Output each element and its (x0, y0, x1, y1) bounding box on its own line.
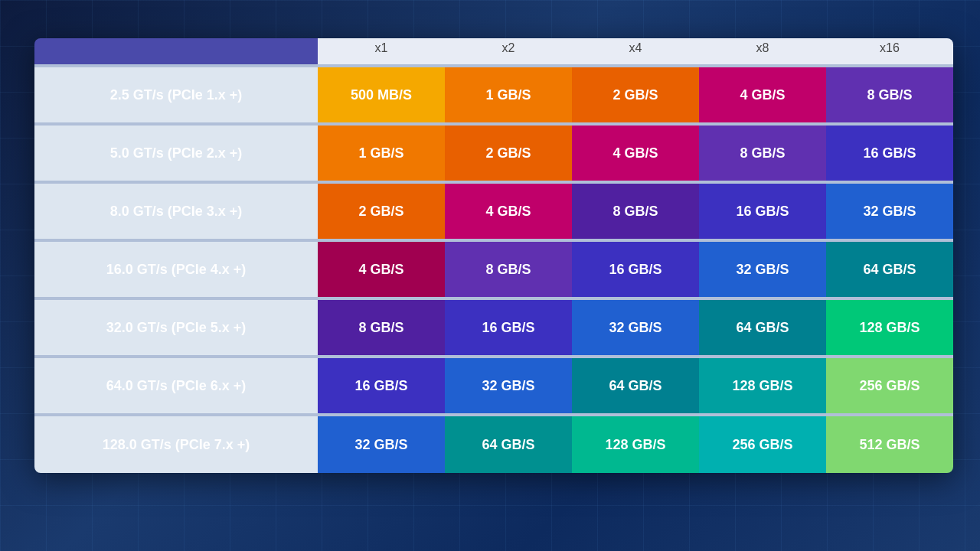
cell-value: 4 GB/S (318, 245, 445, 295)
cell-value: 8 GB/S (445, 245, 572, 295)
value-cell: 1 GB/S (445, 66, 572, 124)
cell-value: 8 GB/S (572, 187, 699, 236)
value-cell: 8 GB/S (572, 182, 699, 240)
value-cell: 4 GB/S (699, 66, 826, 124)
table-row: 5.0 GT/s (PCIe 2.x +)1 GB/S2 GB/S4 GB/S8… (34, 124, 953, 182)
cell-value: 16 GB/S (445, 303, 572, 353)
value-cell: 256 GB/S (826, 357, 953, 415)
cell-value: 32 GB/S (826, 187, 953, 236)
cell-value: 16 GB/S (318, 361, 445, 411)
value-cell: 2 GB/S (445, 124, 572, 182)
value-cell: 64 GB/S (572, 357, 699, 415)
value-cell: 2 GB/S (318, 182, 445, 240)
cell-value: 16 GB/S (572, 245, 699, 295)
value-cell: 500 MB/S (318, 66, 445, 124)
value-cell: 32 GB/S (572, 298, 699, 357)
value-cell: 2 GB/S (572, 66, 699, 124)
lane-col-x16: x16 (826, 38, 953, 66)
cell-value: 512 GB/S (826, 420, 953, 470)
cell-value: 1 GB/S (318, 129, 445, 178)
value-cell: 128 GB/S (826, 298, 953, 357)
cell-value: 4 GB/S (699, 70, 826, 120)
value-cell: 32 GB/S (318, 415, 445, 473)
value-cell: 256 GB/S (699, 415, 826, 473)
value-cell: 1 GB/S (318, 124, 445, 182)
value-cell: 8 GB/S (318, 298, 445, 357)
cell-value: 16 GB/S (826, 129, 953, 178)
cell-value: 64 GB/S (826, 245, 953, 295)
cell-value: 2 GB/S (445, 129, 572, 178)
value-cell: 8 GB/S (699, 124, 826, 182)
cell-value: 16 GB/S (699, 187, 826, 236)
value-cell: 16 GB/S (826, 124, 953, 182)
cell-value: 1 GB/S (445, 70, 572, 120)
value-cell: 64 GB/S (445, 415, 572, 473)
cell-value: 2 GB/S (572, 70, 699, 120)
specs-header (34, 38, 318, 66)
cell-value: 8 GB/S (826, 70, 953, 120)
cell-value: 32 GB/S (699, 245, 826, 295)
cell-value: 8 GB/S (699, 129, 826, 178)
value-cell: 16 GB/S (318, 357, 445, 415)
cell-value: 128 GB/S (699, 361, 826, 411)
cell-value: 4 GB/S (572, 129, 699, 178)
value-cell: 4 GB/S (572, 124, 699, 182)
value-cell: 128 GB/S (699, 357, 826, 415)
table-body: 2.5 GT/s (PCIe 1.x +)500 MB/S1 GB/S2 GB/… (34, 66, 953, 473)
spec-label: 2.5 GT/s (PCIe 1.x +) (34, 66, 318, 124)
value-cell: 32 GB/S (699, 240, 826, 298)
value-cell: 512 GB/S (826, 415, 953, 473)
cell-value: 64 GB/S (572, 361, 699, 411)
spec-label: 128.0 GT/s (PCIe 7.x +) (34, 415, 318, 473)
cell-value: 64 GB/S (699, 303, 826, 353)
value-cell: 64 GB/S (826, 240, 953, 298)
table-row: 8.0 GT/s (PCIe 3.x +)2 GB/S4 GB/S8 GB/S1… (34, 182, 953, 240)
cell-value: 128 GB/S (826, 303, 953, 353)
cell-value: 8 GB/S (318, 303, 445, 353)
cell-value: 256 GB/S (826, 361, 953, 411)
cell-value: 64 GB/S (445, 420, 572, 470)
value-cell: 16 GB/S (572, 240, 699, 298)
lane-col-x1: x1 (318, 38, 445, 66)
spec-label: 32.0 GT/s (PCIe 5.x +) (34, 298, 318, 357)
value-cell: 16 GB/S (445, 298, 572, 357)
specs-table: x1 x2 x4 x8 x16 2.5 GT/s (PCIe 1.x +)500… (34, 38, 953, 473)
value-cell: 16 GB/S (699, 182, 826, 240)
value-cell: 64 GB/S (699, 298, 826, 357)
value-cell: 8 GB/S (826, 66, 953, 124)
value-cell: 4 GB/S (318, 240, 445, 298)
cell-value: 32 GB/S (445, 361, 572, 411)
cell-value: 2 GB/S (318, 187, 445, 236)
cell-value: 128 GB/S (572, 420, 699, 470)
spec-label: 8.0 GT/s (PCIe 3.x +) (34, 182, 318, 240)
spec-label: 5.0 GT/s (PCIe 2.x +) (34, 124, 318, 182)
cell-value: 500 MB/S (318, 70, 445, 120)
cell-value: 32 GB/S (572, 303, 699, 353)
value-cell: 32 GB/S (445, 357, 572, 415)
lane-col-x8: x8 (699, 38, 826, 66)
cell-value: 256 GB/S (699, 420, 826, 470)
main-container: x1 x2 x4 x8 x16 2.5 GT/s (PCIe 1.x +)500… (34, 38, 980, 473)
value-cell: 32 GB/S (826, 182, 953, 240)
value-cell: 4 GB/S (445, 182, 572, 240)
spec-label: 64.0 GT/s (PCIe 6.x +) (34, 357, 318, 415)
cell-value: 4 GB/S (445, 187, 572, 236)
table-row: 2.5 GT/s (PCIe 1.x +)500 MB/S1 GB/S2 GB/… (34, 66, 953, 124)
cell-value: 32 GB/S (318, 420, 445, 470)
value-cell: 8 GB/S (445, 240, 572, 298)
value-cell: 128 GB/S (572, 415, 699, 473)
table-row: 128.0 GT/s (PCIe 7.x +)32 GB/S64 GB/S128… (34, 415, 953, 473)
table-row: 64.0 GT/s (PCIe 6.x +)16 GB/S32 GB/S64 G… (34, 357, 953, 415)
table-row: 16.0 GT/s (PCIe 4.x +)4 GB/S8 GB/S16 GB/… (34, 240, 953, 298)
lane-col-x4: x4 (572, 38, 699, 66)
spec-label: 16.0 GT/s (PCIe 4.x +) (34, 240, 318, 298)
table-row: 32.0 GT/s (PCIe 5.x +)8 GB/S16 GB/S32 GB… (34, 298, 953, 357)
lane-col-x2: x2 (445, 38, 572, 66)
specs-table-wrapper: x1 x2 x4 x8 x16 2.5 GT/s (PCIe 1.x +)500… (34, 38, 953, 473)
